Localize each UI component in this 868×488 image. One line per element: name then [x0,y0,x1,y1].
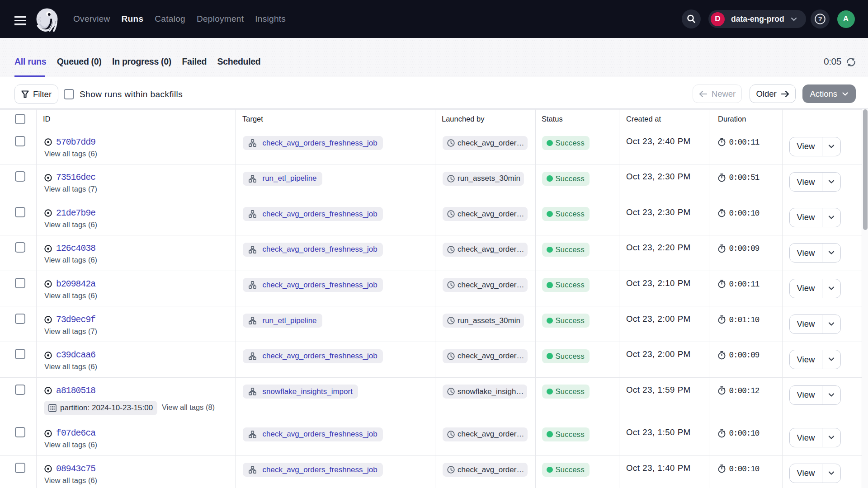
svg-text:?: ? [818,15,822,23]
